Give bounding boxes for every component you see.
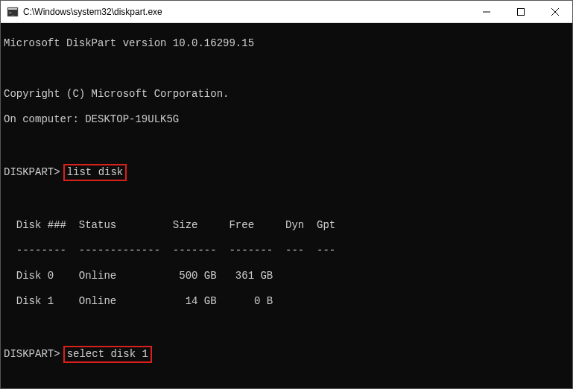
computer-line: On computer: DESKTOP-19ULK5G bbox=[4, 113, 569, 126]
minimize-button[interactable] bbox=[469, 1, 504, 22]
table-row: Disk 0 Online 500 GB 361 GB bbox=[4, 270, 569, 282]
close-button[interactable] bbox=[538, 1, 572, 22]
prompt: DISKPART> bbox=[4, 166, 60, 179]
disk-table-divider: -------- ------------- ------- ------- -… bbox=[4, 244, 569, 257]
command-highlight: select disk 1 bbox=[63, 346, 152, 363]
blank-line bbox=[4, 63, 569, 75]
console-window: >_ C:\Windows\system32\diskpart.exe Micr… bbox=[0, 0, 573, 389]
window-title: C:\Windows\system32\diskpart.exe bbox=[23, 7, 469, 17]
prompt-line: DISKPART>select disk 1 bbox=[4, 346, 569, 363]
maximize-button[interactable] bbox=[504, 1, 538, 22]
blank-line bbox=[4, 139, 569, 151]
window-controls bbox=[469, 1, 572, 22]
prompt: DISKPART> bbox=[4, 348, 60, 361]
svg-text:>_: >_ bbox=[9, 10, 15, 16]
table-row: Disk 1 Online 14 GB 0 B bbox=[4, 295, 569, 308]
version-line: Microsoft DiskPart version 10.0.16299.15 bbox=[4, 37, 569, 50]
command-highlight: list disk bbox=[63, 164, 127, 181]
terminal-output[interactable]: Microsoft DiskPart version 10.0.16299.15… bbox=[1, 23, 572, 388]
app-icon: >_ bbox=[7, 6, 19, 18]
svg-rect-4 bbox=[518, 8, 525, 15]
prompt-line: DISKPART>list disk bbox=[4, 164, 569, 181]
blank-line bbox=[4, 376, 569, 388]
titlebar: >_ C:\Windows\system32\diskpart.exe bbox=[1, 1, 572, 23]
blank-line bbox=[4, 194, 569, 206]
blank-line bbox=[4, 320, 569, 333]
copyright-line: Copyright (C) Microsoft Corporation. bbox=[4, 88, 569, 101]
disk-table-header: Disk ### Status Size Free Dyn Gpt bbox=[4, 219, 569, 232]
